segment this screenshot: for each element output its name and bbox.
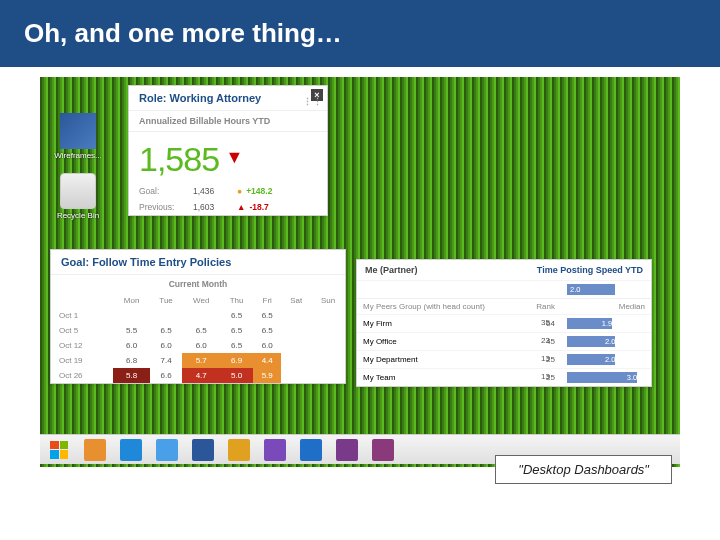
peers-me-label: Me (Partner) bbox=[365, 265, 418, 275]
taskbar-app-button[interactable] bbox=[260, 438, 290, 462]
app-icon bbox=[120, 439, 142, 461]
desktop-icon-label: Recycle Bin bbox=[52, 211, 104, 220]
panel-title: Role: Working Attorney bbox=[139, 92, 261, 104]
kpi-row: Previous: 1,603 ▲ -18.7 bbox=[129, 199, 327, 215]
kpi-value: 1,585 ▼ bbox=[129, 132, 327, 183]
recycle-bin-icon bbox=[60, 173, 96, 209]
kpi-change: -18.7 bbox=[249, 202, 268, 212]
windows-logo-icon bbox=[50, 441, 68, 459]
desktop-wallpaper: Wireframes... Recycle Bin Role: Working … bbox=[40, 77, 680, 467]
panel-role[interactable]: Role: Working Attorney × ⋮⋮ Annualized B… bbox=[128, 85, 328, 216]
panel-goal[interactable]: Goal: Follow Time Entry Policies Current… bbox=[50, 249, 346, 384]
kpi-prev-value: 1,603 bbox=[193, 202, 233, 212]
drag-handle-icon[interactable]: ⋮⋮ bbox=[303, 97, 323, 107]
peers-metric-label: Time Posting Speed YTD bbox=[537, 265, 643, 275]
kpi-number: 1,585 bbox=[139, 140, 219, 179]
taskbar-app-button[interactable] bbox=[368, 438, 398, 462]
desktop-icon-label: Wireframes... bbox=[52, 151, 104, 160]
panel-title: Goal: Follow Time Entry Policies bbox=[61, 256, 231, 268]
slide-title: Oh, and one more thing… bbox=[0, 0, 720, 67]
peers-table: 2.0My Peers Group (with head count)RankM… bbox=[357, 280, 651, 386]
app-icon bbox=[156, 439, 178, 461]
indicator-dot-icon: ● bbox=[237, 186, 242, 196]
taskbar-app-button[interactable] bbox=[224, 438, 254, 462]
app-icon bbox=[192, 439, 214, 461]
app-icon bbox=[264, 439, 286, 461]
taskbar-app-button[interactable] bbox=[188, 438, 218, 462]
taskbar-app-button[interactable] bbox=[332, 438, 362, 462]
app-icon bbox=[372, 439, 394, 461]
quote-callout: "Desktop Dashboards" bbox=[495, 455, 672, 484]
folder-icon bbox=[60, 113, 96, 149]
taskbar-app-button[interactable] bbox=[116, 438, 146, 462]
app-icon bbox=[336, 439, 358, 461]
app-icon bbox=[300, 439, 322, 461]
panel-subhead: Current Month bbox=[51, 275, 345, 293]
taskbar-app-button[interactable] bbox=[152, 438, 182, 462]
taskbar-app-button[interactable] bbox=[296, 438, 326, 462]
trend-up-icon: ▲ bbox=[237, 202, 245, 212]
panel-header: Role: Working Attorney × ⋮⋮ bbox=[129, 86, 327, 111]
kpi-row: Goal: 1,436 ● +148.2 bbox=[129, 183, 327, 199]
start-button[interactable] bbox=[44, 438, 74, 462]
kpi-change: +148.2 bbox=[246, 186, 272, 196]
panel-header: Goal: Follow Time Entry Policies bbox=[51, 250, 345, 275]
trend-down-icon: ▼ bbox=[226, 147, 244, 168]
app-icon bbox=[84, 439, 106, 461]
kpi-goal-value: 1,436 bbox=[193, 186, 233, 196]
panel-peers[interactable]: Me (Partner) Time Posting Speed YTD 2.0M… bbox=[356, 259, 652, 387]
panel-subtitle: Annualized Billable Hours YTD bbox=[129, 111, 327, 132]
desktop-icon-wireframes[interactable]: Wireframes... bbox=[52, 113, 104, 160]
panel-header: Me (Partner) Time Posting Speed YTD bbox=[357, 260, 651, 280]
taskbar-app-button[interactable] bbox=[80, 438, 110, 462]
desktop-icon-recycle-bin[interactable]: Recycle Bin bbox=[52, 173, 104, 220]
kpi-label: Goal: bbox=[139, 186, 193, 196]
app-icon bbox=[228, 439, 250, 461]
time-entry-table: MonTueWedThuFriSatSunOct 16.56.5Oct 55.5… bbox=[51, 293, 345, 383]
kpi-label: Previous: bbox=[139, 202, 193, 212]
